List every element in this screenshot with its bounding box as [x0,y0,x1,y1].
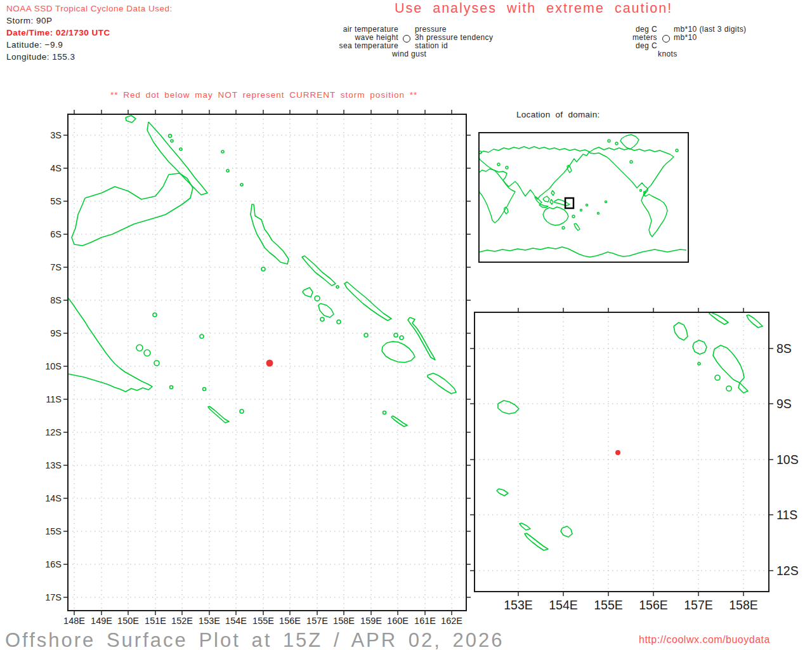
svg-text:157E: 157E [306,616,328,626]
svg-text:12S: 12S [45,427,62,437]
zoom-map-tick-labels: 153E154E155E156E157E158E8S9S10S11S12S [504,342,798,612]
svg-text:153E: 153E [199,616,220,626]
svg-text:8S: 8S [50,295,62,305]
zoom-map-ticks [470,308,773,596]
world-map-frame [479,133,688,262]
svg-text:6S: 6S [50,229,62,239]
svg-text:159E: 159E [360,616,382,626]
svg-text:161E: 161E [414,616,436,626]
svg-text:12S: 12S [776,564,799,578]
source-url: http://coolwx.com/buoydata [639,634,770,646]
svg-text:150E: 150E [117,616,139,626]
zoom-map-frame [475,312,769,592]
svg-text:153E: 153E [504,598,533,612]
svg-text:152E: 152E [171,616,193,626]
main-map-coastlines [68,116,456,427]
svg-text:16S: 16S [45,559,62,569]
svg-text:157E: 157E [684,598,713,612]
svg-text:148E: 148E [63,616,85,626]
plot-title: Offshore Surface Plot at 15Z / APR 02, 2… [5,629,504,650]
svg-text:3S: 3S [50,130,62,140]
svg-text:154E: 154E [225,616,247,626]
zoom-map: 153E154E155E156E157E158E8S9S10S11S12S [470,308,799,612]
svg-text:155E: 155E [252,616,274,626]
svg-text:151E: 151E [145,616,166,626]
zoom-map-coastlines [497,312,763,550]
svg-text:11S: 11S [46,394,62,404]
svg-text:4S: 4S [50,163,62,173]
svg-text:160E: 160E [387,616,409,626]
map-plot-canvas: 148E149E150E151E152E153E154E155E156E157E… [0,0,812,650]
svg-text:8S: 8S [776,342,792,355]
svg-text:7S: 7S [50,262,62,272]
svg-text:14S: 14S [45,493,62,503]
svg-text:158E: 158E [333,616,355,626]
svg-text:9S: 9S [50,328,62,338]
zoom-map-gridlines [475,312,769,592]
svg-text:10S: 10S [776,453,799,467]
svg-text:156E: 156E [639,598,668,612]
svg-text:10S: 10S [45,361,62,371]
offshore-surface-plot-page: NOAA SSD Tropical Cyclone Data Used: Sto… [0,0,812,650]
zoom-map-storm-dot [615,450,620,455]
svg-text:156E: 156E [279,616,301,626]
svg-text:162E: 162E [441,616,462,626]
svg-text:9S: 9S [776,397,792,411]
svg-text:17S: 17S [45,592,62,602]
svg-text:15S: 15S [45,526,62,536]
main-map: 148E149E150E151E152E153E154E155E156E157E… [45,110,471,626]
svg-text:155E: 155E [594,598,623,612]
main-map-storm-dot [266,360,273,367]
svg-text:158E: 158E [729,598,758,612]
svg-text:11S: 11S [776,508,797,522]
domain-box [565,198,573,208]
svg-text:13S: 13S [45,460,62,470]
svg-text:149E: 149E [91,616,112,626]
svg-text:5S: 5S [50,196,62,206]
world-map-coastlines [479,135,686,257]
svg-text:154E: 154E [549,598,578,612]
world-map [479,133,688,262]
